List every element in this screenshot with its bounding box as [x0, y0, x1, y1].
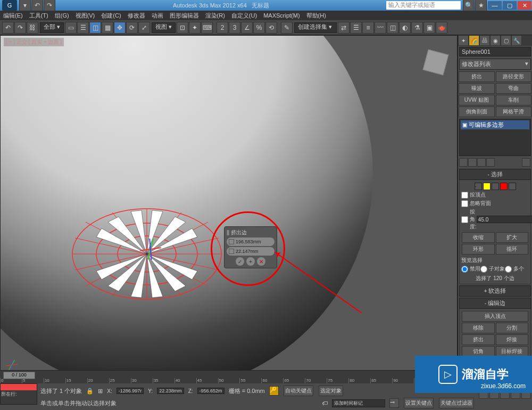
- material-editor-icon[interactable]: ◐: [399, 22, 411, 34]
- hierarchy-tab-icon[interactable]: 品: [479, 35, 490, 46]
- target-weld-button[interactable]: 目标焊接: [496, 346, 529, 357]
- menu-group[interactable]: 组(G): [55, 12, 69, 20]
- caddy-ok-button[interactable]: ✓: [236, 257, 244, 266]
- redo-icon[interactable]: ↷: [14, 22, 26, 34]
- loop-button[interactable]: 循环: [496, 244, 529, 255]
- grow-button[interactable]: 扩大: [496, 232, 529, 243]
- coord-display-icon[interactable]: ⊞: [98, 388, 103, 395]
- subobj-element-icon[interactable]: [509, 183, 516, 190]
- by-angle-checkbox[interactable]: [461, 216, 468, 223]
- chamfer-button[interactable]: 切角: [462, 346, 495, 357]
- selection-filter-dropdown[interactable]: 全部 ▾: [40, 22, 64, 33]
- spinner-snap-icon[interactable]: ⟲: [265, 22, 277, 34]
- curve-editor-icon[interactable]: 〰: [375, 22, 386, 34]
- x-coord-field[interactable]: -1286.997r: [117, 388, 144, 394]
- subobj-edge-icon[interactable]: [483, 183, 491, 190]
- selkey-dropdown[interactable]: 选定对象: [319, 386, 343, 396]
- remove-button[interactable]: 移除: [462, 323, 495, 333]
- stack-item-editpoly[interactable]: ▣ 可编辑多边形: [461, 120, 529, 129]
- caddy-width-field[interactable]: 22.147mm: [227, 247, 275, 256]
- menu-views[interactable]: 视图(V): [76, 12, 95, 20]
- search-icon[interactable]: 🔍: [463, 0, 475, 11]
- modifier-list-dropdown[interactable]: 修改器列表▾: [459, 59, 531, 70]
- object-name-field[interactable]: Sphere001: [459, 47, 531, 56]
- select-icon[interactable]: ▭: [65, 22, 77, 34]
- keymode-icon[interactable]: ⌨: [201, 22, 213, 34]
- maximize-button[interactable]: ▢: [503, 1, 517, 10]
- help-search-input[interactable]: 输入关键字或短语: [386, 1, 461, 10]
- configure-icon[interactable]: [522, 158, 530, 167]
- remove-mod-icon[interactable]: [486, 158, 495, 167]
- key-icon[interactable]: 🔑: [269, 386, 279, 396]
- render-icon[interactable]: 🫖: [436, 22, 447, 34]
- named-selset-edit-icon[interactable]: ✎: [281, 22, 293, 34]
- menu-modifiers[interactable]: 修改器: [128, 12, 145, 20]
- ring-button[interactable]: 环形: [462, 244, 495, 255]
- setkey-button[interactable]: 设置关键点: [404, 398, 434, 408]
- ignore-back-checkbox[interactable]: [461, 200, 468, 207]
- rollout-softsel[interactable]: + 软选择: [459, 285, 531, 297]
- pivot-icon[interactable]: ⊡: [177, 22, 188, 34]
- weld-button[interactable]: 焊接: [496, 334, 529, 345]
- select-region-icon[interactable]: ◫: [89, 22, 101, 34]
- preset-bend[interactable]: 弯曲: [496, 83, 532, 94]
- preset-noise[interactable]: 噪波: [459, 83, 495, 94]
- modify-tab-icon[interactable]: 🌈: [469, 35, 479, 46]
- keyfilter-button[interactable]: 关键点过滤器: [439, 398, 474, 408]
- mirror-icon[interactable]: ⇄: [338, 22, 350, 34]
- extrude-button[interactable]: 挤出: [462, 334, 495, 345]
- menu-help[interactable]: 帮助(H): [306, 12, 326, 20]
- link-icon[interactable]: ⛓: [27, 22, 38, 34]
- show-result-icon[interactable]: [468, 158, 477, 167]
- qat-redo-icon[interactable]: ↷: [44, 0, 55, 11]
- angle-spinner[interactable]: [477, 216, 532, 223]
- menu-maxscript[interactable]: MAXScript(M): [263, 12, 300, 19]
- qat-undo-icon[interactable]: ↶: [31, 0, 43, 11]
- align-icon[interactable]: ☰: [350, 22, 362, 34]
- autokey-button[interactable]: 自动关键点: [284, 386, 313, 396]
- viewcube[interactable]: [423, 50, 449, 76]
- y-coord-field[interactable]: 22.238mm: [157, 388, 184, 394]
- menu-tools[interactable]: 工具(T): [29, 12, 48, 20]
- preset-uvw[interactable]: UVW 贴图: [459, 95, 495, 105]
- percent-snap-icon[interactable]: %: [253, 22, 265, 34]
- shrink-button[interactable]: 收缩: [462, 232, 495, 243]
- manip-icon[interactable]: ✦: [189, 22, 201, 34]
- select-name-icon[interactable]: ☰: [77, 22, 89, 34]
- rollout-selection[interactable]: - 选择: [459, 169, 531, 180]
- preview-sub-radio[interactable]: [480, 266, 487, 273]
- subobj-border-icon[interactable]: [492, 183, 499, 190]
- motion-tab-icon[interactable]: ◉: [490, 35, 501, 46]
- menu-create[interactable]: 创建(C): [101, 12, 121, 20]
- setkey-icon[interactable]: ⊸: [389, 398, 399, 408]
- timetag-field[interactable]: 添加时间标记: [332, 399, 385, 407]
- schematic-icon[interactable]: ◫: [387, 22, 398, 34]
- preset-bevel[interactable]: 倒角剖面: [459, 106, 495, 117]
- script-listener[interactable]: 所在行:: [0, 383, 37, 405]
- by-vertex-checkbox[interactable]: [461, 192, 468, 199]
- insert-vertex-button[interactable]: 插入顶点: [462, 311, 528, 322]
- select-scale-icon[interactable]: ⤢: [138, 22, 150, 34]
- create-tab-icon[interactable]: ✦: [458, 35, 469, 46]
- render-frame-icon[interactable]: ▣: [423, 22, 435, 34]
- lock-icon[interactable]: 🔒: [86, 388, 94, 395]
- viewport[interactable]: [ + ] 正交 [ 真实 + 边面 ] || 挤出边 196.583mm 22…: [0, 35, 458, 371]
- extrude-caddy[interactable]: || 挤出边 196.583mm 22.147mm ✓ + ✕: [224, 226, 277, 268]
- render-setup-icon[interactable]: ⚗: [411, 22, 423, 34]
- menu-grapheditors[interactable]: 图形编辑器: [170, 12, 199, 20]
- layers-icon[interactable]: ≡: [362, 22, 374, 34]
- preset-extrude[interactable]: 挤出: [459, 71, 495, 82]
- unique-icon[interactable]: [477, 158, 486, 167]
- menu-rendering[interactable]: 渲染(R): [205, 12, 225, 20]
- menu-animation[interactable]: 动画: [152, 12, 163, 20]
- undo-icon[interactable]: ↶: [2, 22, 14, 34]
- split-button[interactable]: 分割: [496, 323, 529, 333]
- snap-2d-icon[interactable]: 2: [217, 22, 228, 34]
- z-coord-field[interactable]: -956.652m: [197, 388, 225, 394]
- angle-snap-icon[interactable]: ∠: [241, 22, 253, 34]
- minimize-button[interactable]: —: [488, 1, 502, 10]
- menu-customize[interactable]: 自定义(U): [231, 12, 257, 20]
- pin-stack-icon[interactable]: [459, 158, 468, 167]
- refcoord-dropdown[interactable]: 视图 ▾: [152, 22, 176, 33]
- preset-lathe[interactable]: 车削: [496, 95, 532, 105]
